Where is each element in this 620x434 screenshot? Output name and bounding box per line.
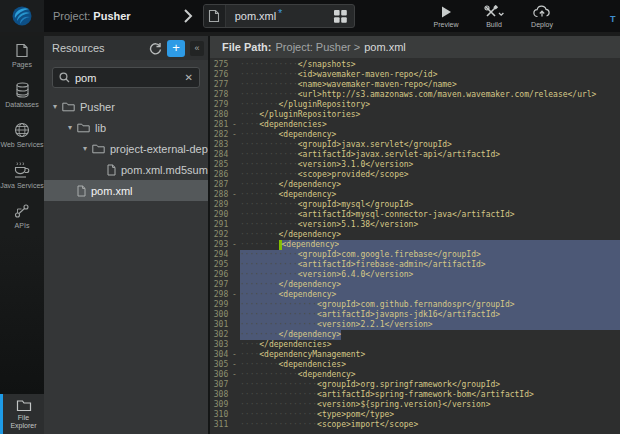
line-number[interactable]: 290 <box>210 210 232 220</box>
code-line[interactable]: 296············<version>6.4.0</version> <box>210 270 620 280</box>
code-line[interactable]: 276············<id>wavemaker-maven-repo<… <box>210 70 620 80</box>
fold-marker-icon[interactable]: - <box>232 120 240 130</box>
code-line[interactable]: 288-········<dependency> <box>210 190 620 200</box>
code-line[interactable]: 305-········<dependencies> <box>210 360 620 370</box>
fold-marker-icon[interactable]: - <box>232 130 240 140</box>
code-line[interactable]: 283············<groupId>javax.servlet</g… <box>210 140 620 150</box>
line-number[interactable]: 302 <box>210 330 232 340</box>
line-number[interactable]: 305 <box>210 360 232 370</box>
line-number[interactable]: 288 <box>210 190 232 200</box>
resource-search[interactable]: ✕ <box>52 67 200 88</box>
code-line[interactable]: 300················<artifactId>javapns-j… <box>210 310 620 320</box>
fold-marker-icon[interactable]: - <box>232 360 240 370</box>
line-number[interactable]: 304 <box>210 350 232 360</box>
line-number[interactable]: 299 <box>210 300 232 310</box>
line-number[interactable]: 281 <box>210 120 232 130</box>
code-line[interactable]: 297········</dependency> <box>210 280 620 290</box>
sidebar-item-web-services[interactable]: Web Services <box>0 115 44 155</box>
clear-search-icon[interactable]: ✕ <box>185 72 193 83</box>
sidebar-item-databases[interactable]: Databases <box>0 75 44 115</box>
tab-grid-icon[interactable] <box>333 9 348 24</box>
project-breadcrumb[interactable]: Project: Pusher <box>53 10 131 22</box>
line-number[interactable]: 306 <box>210 370 232 380</box>
code-line[interactable]: 280····</pluginRepositories> <box>210 110 620 120</box>
code-line[interactable]: 303····</dependencies> <box>210 340 620 350</box>
line-number[interactable]: 280 <box>210 110 232 120</box>
code-line[interactable]: 289············<groupId>mysql</groupId> <box>210 200 620 210</box>
line-number[interactable]: 303 <box>210 340 232 350</box>
sidebar-item-pages[interactable]: Pages <box>0 36 44 75</box>
fold-marker-icon[interactable]: - <box>232 290 240 300</box>
deploy-button[interactable]: Deploy <box>522 5 562 28</box>
line-number[interactable]: 311 <box>210 420 232 430</box>
code-area[interactable]: 275············</snapshots>276··········… <box>210 58 620 434</box>
code-line[interactable]: 287········</dependency> <box>210 180 620 190</box>
line-number[interactable]: 310 <box>210 410 232 420</box>
line-number[interactable]: 284 <box>210 150 232 160</box>
code-line[interactable]: 310················<type>pom</type> <box>210 410 620 420</box>
line-number[interactable]: 309 <box>210 400 232 410</box>
fold-marker-icon[interactable]: - <box>232 370 240 380</box>
line-number[interactable]: 283 <box>210 140 232 150</box>
code-line[interactable]: 309················<version>${spring.ver… <box>210 400 620 410</box>
tree-item-lib[interactable]: ▾lib <box>44 117 208 138</box>
line-number[interactable]: 294 <box>210 250 232 260</box>
code-line[interactable]: 279········</pluginRepository> <box>210 100 620 110</box>
add-resource-button[interactable]: + <box>167 40 185 57</box>
sidebar-item-file-explorer[interactable]: File Explorer <box>0 394 44 434</box>
tree-item-pom-xml[interactable]: pom.xml <box>44 180 208 201</box>
code-line[interactable]: 298-········<dependency> <box>210 290 620 300</box>
code-line[interactable]: 277············<name>wavemaker-maven-rep… <box>210 80 620 90</box>
line-number[interactable]: 291 <box>210 220 232 230</box>
tree-item-project-external-depen[interactable]: ▾project-external-depen <box>44 138 208 159</box>
line-number[interactable]: 289 <box>210 200 232 210</box>
line-number[interactable]: 301 <box>210 320 232 330</box>
line-number[interactable]: 286 <box>210 170 232 180</box>
clipped-right-label[interactable]: T <box>610 14 616 24</box>
line-number[interactable]: 293 <box>210 240 232 250</box>
code-line[interactable]: 284············<artifactId>javax.servlet… <box>210 150 620 160</box>
line-number[interactable]: 279 <box>210 100 232 110</box>
tree-expand-arrow-icon[interactable]: ▾ <box>63 123 77 132</box>
line-number[interactable]: 297 <box>210 280 232 290</box>
code-line[interactable]: 304-····<dependencyManagement> <box>210 350 620 360</box>
line-number[interactable]: 282 <box>210 130 232 140</box>
code-line[interactable]: 308················<artifactId>spring-fr… <box>210 390 620 400</box>
tree-item-pom-xml-md5sum[interactable]: pom.xml.md5sum <box>44 159 208 180</box>
search-input[interactable] <box>75 72 185 84</box>
line-number[interactable]: 292 <box>210 230 232 240</box>
code-line[interactable]: 281-····<dependencies> <box>210 120 620 130</box>
line-number[interactable]: 307 <box>210 380 232 390</box>
line-number[interactable]: 295 <box>210 260 232 270</box>
code-line[interactable]: 307················<groupId>org.springfr… <box>210 380 620 390</box>
line-number[interactable]: 285 <box>210 160 232 170</box>
code-line[interactable]: 291············<version>5.1.38</version> <box>210 220 620 230</box>
code-line[interactable]: 286············<scope>provided</scope> <box>210 170 620 180</box>
fold-marker-icon[interactable]: - <box>232 240 240 250</box>
sidebar-item-apis[interactable]: APIs <box>0 196 44 236</box>
code-line[interactable]: 306-············<dependency> <box>210 370 620 380</box>
line-number[interactable]: 276 <box>210 70 232 80</box>
code-line[interactable]: 275············</snapshots> <box>210 60 620 70</box>
code-line[interactable]: 301················<version>2.2.1</versi… <box>210 320 620 330</box>
preview-button[interactable]: Preview <box>426 5 466 28</box>
tree-expand-arrow-icon[interactable]: ▾ <box>78 144 92 153</box>
code-line[interactable]: 278············<url>http://s3.amazonaws.… <box>210 90 620 100</box>
fold-marker-icon[interactable]: - <box>232 190 240 200</box>
fold-marker-icon[interactable]: - <box>232 350 240 360</box>
line-number[interactable]: 298 <box>210 290 232 300</box>
sidebar-item-java-services[interactable]: Java Services <box>0 155 44 196</box>
code-line[interactable]: 285············<version>3.1.0</version> <box>210 160 620 170</box>
code-line[interactable]: 292········</dependency> <box>210 230 620 240</box>
build-button[interactable]: Build <box>474 5 514 28</box>
app-logo[interactable] <box>0 0 44 32</box>
code-line[interactable]: 302········</dependency> <box>210 330 620 340</box>
open-file-tab[interactable]: pom.xml * <box>203 4 355 28</box>
code-line[interactable]: 311················<scope>import</scope> <box>210 420 620 430</box>
tree-item-pusher[interactable]: ▾Pusher <box>44 96 208 117</box>
tree-expand-arrow-icon[interactable]: ▾ <box>48 102 62 111</box>
line-number[interactable]: 277 <box>210 80 232 90</box>
collapse-panel-icon[interactable]: « <box>190 41 204 56</box>
line-number[interactable]: 296 <box>210 270 232 280</box>
line-number[interactable]: 287 <box>210 180 232 190</box>
